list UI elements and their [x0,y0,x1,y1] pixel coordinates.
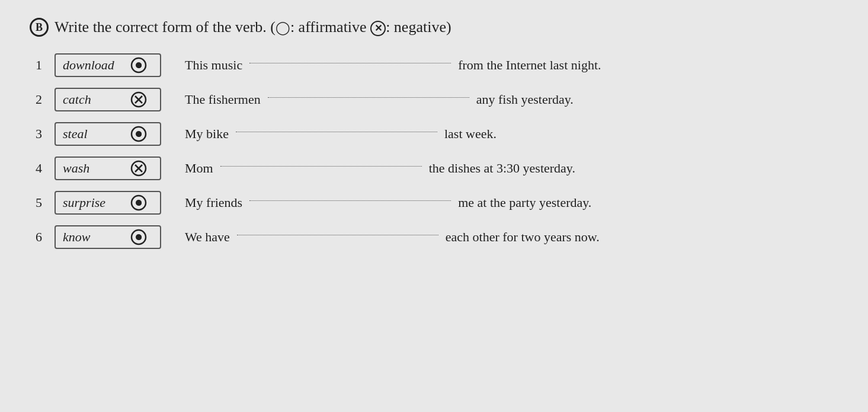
svg-point-6 [136,131,142,137]
exercise-number: 3 [36,126,55,142]
fill-in-dots [249,62,451,63]
svg-point-13 [136,234,142,240]
exercise-row: 6know We haveeach other for two years no… [36,225,838,249]
sentence-part: My bikelast week. [185,126,838,142]
verb-text: wash [63,161,122,176]
fill-in-dots [268,97,469,98]
exercise-row: 3steal My bikelast week. [36,122,838,146]
fill-in-dots [237,234,438,235]
sentence-end: me at the party yesterday. [458,195,591,210]
affirmative-icon [130,126,147,142]
sentence-part: The fishermenany fish yesterday. [185,92,838,107]
sentence-start: Mom [185,161,213,176]
verb-box: catch [55,88,161,111]
page: B Write the correct form of the verb. (◯… [0,0,868,412]
sentence-start: The fishermen [185,92,261,107]
svg-point-12 [132,230,146,244]
exercise-number: 4 [36,161,55,176]
verb-text: catch [63,92,122,107]
verb-text: surprise [63,195,122,210]
sentence-part: My friendsme at the party yesterday. [185,195,838,210]
svg-point-5 [132,127,146,141]
sentence-start: My friends [185,195,242,210]
section-badge: B [30,18,49,37]
sentence-part: This musicfrom the Internet last night. [185,58,838,73]
affirmative-icon [130,194,147,211]
sentence-start: We have [185,229,230,245]
sentence-end: each other for two years now. [446,229,600,245]
verb-box: surprise [55,191,161,215]
negative-icon [130,91,147,108]
fill-in-dots [236,131,437,132]
exercise-number: 5 [36,195,55,210]
sentence-part: We haveeach other for two years now. [185,229,838,245]
verb-box: steal [55,122,161,146]
verb-box: download [55,53,161,77]
exercise-number: 6 [36,229,55,245]
verb-box: know [55,225,161,249]
sentence-end: the dishes at 3:30 yesterday. [429,161,575,176]
verb-box: wash [55,157,161,180]
sentence-end: last week. [444,126,497,142]
fill-in-dots [249,200,451,201]
affirmative-icon [130,229,147,245]
svg-point-1 [136,62,142,68]
verb-text: download [63,58,122,73]
verb-text: steal [63,126,122,142]
sentence-start: My bike [185,126,229,142]
svg-point-11 [136,200,142,206]
exercise-number: 2 [36,92,55,107]
sentence-part: Momthe dishes at 3:30 yesterday. [185,161,838,176]
sentence-end: from the Internet last night. [458,58,601,73]
verb-text: know [63,229,122,245]
negative-icon [130,160,147,177]
exercise-row: 2catch The fishermenany fish yesterday. [36,88,838,111]
sentence-end: any fish yesterday. [476,92,574,107]
svg-point-10 [132,196,146,210]
sentence-start: This music [185,58,242,73]
section-title: B Write the correct form of the verb. (◯… [30,18,838,37]
exercise-row: 5surprise My friendsme at the party yest… [36,191,838,215]
exercises-list: 1download This musicfrom the Internet la… [30,53,838,249]
exercise-row: 4wash Momthe dishes at 3:30 yesterday. [36,157,838,180]
section-instruction: Write the correct form of the verb. (◯: … [55,18,451,36]
exercise-row: 1download This musicfrom the Internet la… [36,53,838,77]
affirmative-icon [130,57,147,74]
fill-in-dots [220,165,422,167]
exercise-number: 1 [36,58,55,73]
svg-point-0 [132,58,146,72]
